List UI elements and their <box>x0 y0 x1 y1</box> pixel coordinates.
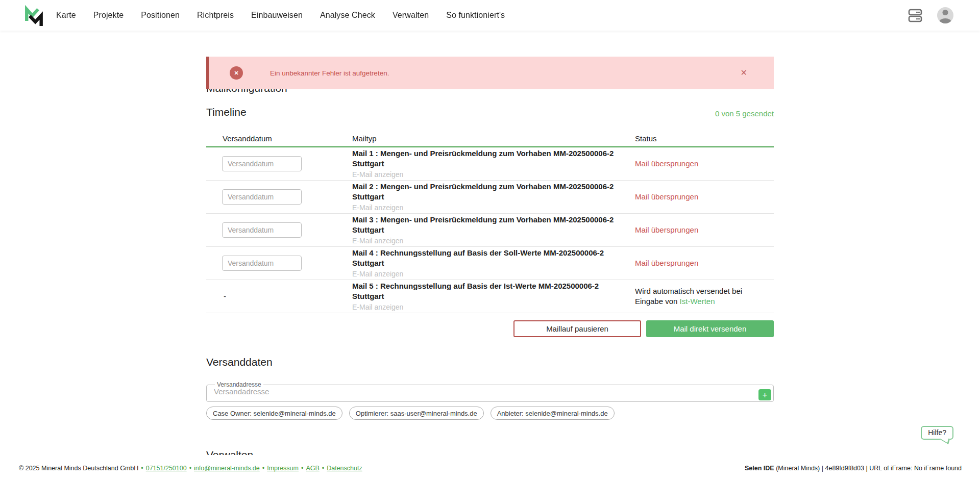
column-header-versanddatum: Versanddatum <box>206 134 340 143</box>
nav-item-einbauweisen[interactable]: Einbauweisen <box>251 11 303 20</box>
versanddatum-input[interactable] <box>222 222 302 238</box>
versandadresse-fieldset: Versandadresse <box>206 381 774 402</box>
mail-title: Mail 5 : Rechnungsstellung auf Basis der… <box>352 281 629 301</box>
add-address-button[interactable]: + <box>758 389 771 400</box>
mail-title: Mail 1 : Mengen- und Preisrückmeldung zu… <box>352 148 629 169</box>
footer-link-agb[interactable]: AGB <box>306 465 319 472</box>
column-header-mailtyp: Mailtyp <box>340 134 629 143</box>
error-icon: ✕ <box>230 66 243 80</box>
show-email-link[interactable]: E-Mail anzeigen <box>352 204 403 212</box>
mail-title: Mail 2 : Mengen- und Preisrückmeldung zu… <box>352 182 629 202</box>
footer-separator: • <box>189 465 191 472</box>
help-button[interactable]: Hilfe? <box>921 426 953 440</box>
mail-row: Mail 1 : Mengen- und Preisrückmeldung zu… <box>206 147 774 181</box>
timeline-header-row: Timeline 0 von 5 gesendet <box>206 106 774 119</box>
address-chips: Case Owner: selenide@mineral-minds.deOpt… <box>206 407 774 420</box>
timeline-actions: Maillauf pausieren Mail direkt versenden <box>206 320 774 337</box>
footer-link-impressum[interactable]: Impressum <box>267 465 299 472</box>
versanddatum-cell <box>206 256 340 271</box>
versanddatum-cell: - <box>206 292 340 301</box>
nav-item-richtpreis[interactable]: Richtpreis <box>197 11 234 20</box>
versanddaten-heading: Versanddaten <box>206 356 774 369</box>
server-icon[interactable] <box>908 8 923 23</box>
footer-app-name: Selen IDE <box>745 465 774 472</box>
mailtyp-cell: Mail 3 : Mengen- und Preisrückmeldung zu… <box>340 215 629 245</box>
footer-separator: • <box>141 465 143 472</box>
versanddatum-cell <box>206 189 340 205</box>
main-content: ✕ Ein unbekannter Fehler ist aufgetreten… <box>206 0 774 455</box>
avatar-shoulders <box>939 18 951 23</box>
nav-item-analyse-check[interactable]: Analyse Check <box>320 11 375 20</box>
mailtyp-cell: Mail 2 : Mengen- und Preisrückmeldung zu… <box>340 182 629 212</box>
nav-item-positionen[interactable]: Positionen <box>141 11 180 20</box>
mailtyp-cell: Mail 4 : Rechnungsstellung auf Basis der… <box>340 248 629 279</box>
mailtyp-cell: Mail 5 : Rechnungsstellung auf Basis der… <box>340 281 629 312</box>
mail-title: Mail 4 : Rechnungsstellung auf Basis der… <box>352 248 629 268</box>
status-text: Mail übersprungen <box>635 192 698 201</box>
footer-link-datenschutz[interactable]: Datenschutz <box>327 465 362 472</box>
error-alert: ✕ Ein unbekannter Fehler ist aufgetreten… <box>206 57 774 89</box>
nav-item-karte[interactable]: Karte <box>56 11 76 20</box>
footer-link-info-mineral-minds-de[interactable]: info@mineral-minds.de <box>194 465 260 472</box>
verwalten-heading: Verwalten <box>206 448 774 455</box>
show-email-link[interactable]: E-Mail anzeigen <box>352 237 403 245</box>
address-chip: Anbieter: selenide@mineral-minds.de <box>491 407 615 420</box>
mail-row: Mail 2 : Mengen- und Preisrückmeldung zu… <box>206 181 774 214</box>
mail-row: Mail 4 : Rechnungsstellung auf Basis der… <box>206 247 774 280</box>
footer: © 2025 Mineral Minds Deutschland GmbH •0… <box>0 462 980 481</box>
verwalten-section-clipped: Verwalten <box>206 448 774 455</box>
footer-right: Selen IDE (Mineral Minds) | 4e89fd9f8d03… <box>745 465 962 472</box>
table-header: Versanddatum Mailtyp Status <box>206 130 774 147</box>
mail-title: Mail 3 : Mengen- und Preisrückmeldung zu… <box>352 215 629 235</box>
column-header-status: Status <box>629 134 774 143</box>
show-email-link[interactable]: E-Mail anzeigen <box>352 303 403 311</box>
versandadresse-field-wrap: Versandadresse + <box>206 381 774 402</box>
sent-counter: 0 von 5 gesendet <box>715 109 774 119</box>
versanddatum-input[interactable] <box>222 156 302 171</box>
mailtyp-cell: Mail 1 : Mengen- und Preisrückmeldung zu… <box>340 148 629 179</box>
alert-message: Ein unbekannter Fehler ist aufgetreten. <box>270 69 389 77</box>
footer-separator: • <box>262 465 264 472</box>
footer-copyright: © 2025 Mineral Minds Deutschland GmbH <box>19 465 138 472</box>
no-date-dash: - <box>222 292 226 300</box>
pause-maillauf-button[interactable]: Maillauf pausieren <box>513 320 641 337</box>
versanddatum-cell <box>206 156 340 171</box>
avatar-head <box>943 10 948 15</box>
nav-item-so-funktioniert-s[interactable]: So funktioniert's <box>446 11 505 20</box>
status-text: Mail übersprungen <box>635 259 698 267</box>
footer-link-07151-250100[interactable]: 07151/250100 <box>146 465 187 472</box>
versanddatum-input[interactable] <box>222 189 302 205</box>
footer-left: © 2025 Mineral Minds Deutschland GmbH •0… <box>19 465 362 472</box>
timeline-heading: Timeline <box>206 106 247 119</box>
nav-items: KarteProjektePositionenRichtpreisEinbauw… <box>56 11 505 20</box>
versandadresse-input[interactable] <box>214 387 745 396</box>
ist-werten-link[interactable]: Ist-Werten <box>680 297 715 306</box>
user-avatar-icon[interactable] <box>937 7 953 23</box>
nav-right <box>908 7 953 23</box>
nav-item-projekte[interactable]: Projekte <box>93 11 124 20</box>
status-cell: Mail übersprungen <box>629 159 774 169</box>
table-body: Mail 1 : Mengen- und Preisrückmeldung zu… <box>206 147 774 313</box>
status-cell: Mail übersprungen <box>629 192 774 202</box>
status-text: Mail übersprungen <box>635 159 698 168</box>
footer-links: •07151/250100•info@mineral-minds.de•Impr… <box>138 465 362 472</box>
mineral-minds-logo[interactable] <box>22 4 45 27</box>
alert-close-icon[interactable]: ✕ <box>741 69 747 77</box>
show-email-link[interactable]: E-Mail anzeigen <box>352 170 403 179</box>
status-cell: Mail übersprungen <box>629 225 774 235</box>
footer-separator: • <box>322 465 324 472</box>
show-email-link[interactable]: E-Mail anzeigen <box>352 270 403 278</box>
status-cell: Mail übersprungen <box>629 258 774 268</box>
status-cell: Wird automatisch versendet bei Eingabe v… <box>629 286 774 307</box>
address-chip: Optimierer: saas-user@mineral-minds.de <box>349 407 484 420</box>
versanddatum-input[interactable] <box>222 256 302 271</box>
mail-row: Mail 3 : Mengen- und Preisrückmeldung zu… <box>206 214 774 247</box>
nav-item-verwalten[interactable]: Verwalten <box>393 11 429 20</box>
send-mail-button[interactable]: Mail direkt versenden <box>646 320 774 337</box>
status-text: Mail übersprungen <box>635 225 698 234</box>
footer-meta: (Mineral Minds) | 4e89fd9f8d03 | URL of … <box>774 465 962 472</box>
mail-timeline-table: Versanddatum Mailtyp Status Mail 1 : Men… <box>206 130 774 313</box>
footer-separator: • <box>301 465 303 472</box>
versanddatum-cell <box>206 222 340 238</box>
top-navbar: KarteProjektePositionenRichtpreisEinbauw… <box>0 0 980 31</box>
